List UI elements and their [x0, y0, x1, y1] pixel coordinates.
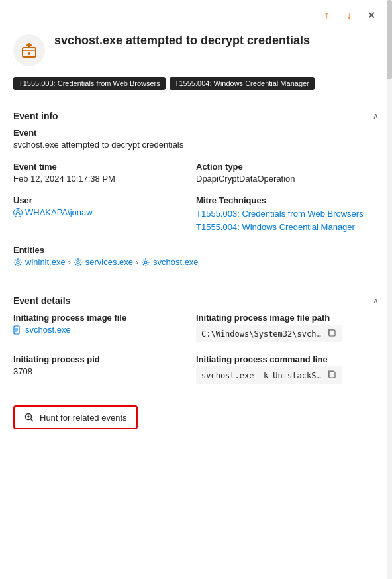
file-icon: [13, 325, 23, 335]
event-info-toggle[interactable]: Event info ∧: [13, 101, 379, 128]
scrollbar-thumb[interactable]: [387, 0, 392, 79]
entity-wininit[interactable]: wininit.exe: [13, 257, 66, 267]
event-time-value: Feb 12, 2024 10:17:38 PM: [13, 174, 196, 184]
event-time-label: Event time: [13, 162, 196, 172]
user-mitre-row: User WHAKAPA\jonaw Mitre Techniques T155…: [13, 195, 379, 242]
svg-rect-13: [329, 372, 335, 378]
hunt-button-label: Hunt for related events: [40, 413, 127, 423]
init-pid-value: 3708: [13, 366, 196, 376]
event-field: Event svchost.exe attempted to decrypt c…: [13, 128, 379, 159]
tag-item[interactable]: T1555.004: Windows Credential Manager: [170, 77, 315, 90]
close-button[interactable]: ✕: [364, 8, 379, 23]
panel-header: svchost.exe attempted to decrypt credent…: [0, 28, 392, 77]
entities-row: wininit.exe › services.exe › svc: [13, 257, 379, 276]
action-type-label: Action type: [196, 162, 379, 172]
entities-label: Entities: [13, 245, 379, 255]
entity-svchost[interactable]: svchost.exe: [141, 257, 199, 267]
user-link[interactable]: WHAKAPA\jonaw: [13, 207, 93, 217]
hunt-related-events-button[interactable]: Hunt for related events: [13, 405, 138, 429]
event-details-title: Event details: [13, 295, 70, 306]
init-image-label: Initiating process image file: [13, 313, 196, 323]
entity-separator: ›: [136, 258, 138, 267]
svg-point-3: [28, 52, 30, 55]
event-label: Event: [13, 128, 379, 138]
init-pid-label: Initiating process pid: [13, 354, 196, 364]
svg-rect-12: [329, 330, 335, 336]
event-details-section: Event details ∧ Initiating process image…: [0, 286, 392, 429]
chevron-up-icon: ∧: [373, 111, 379, 121]
page-title: svchost.exe attempted to decrypt credent…: [54, 33, 310, 48]
chevron-up-icon-2: ∧: [373, 296, 379, 305]
tag-item[interactable]: T1555.003: Credentials from Web Browsers: [13, 77, 166, 90]
entity-separator: ›: [68, 258, 71, 267]
action-type-value: DpapiCryptDataOperation: [196, 174, 379, 184]
svg-line-15: [31, 419, 34, 422]
mitre-link-2[interactable]: T1555.004: Windows Credential Manager: [196, 221, 379, 234]
nav-up-button[interactable]: ↑: [319, 8, 334, 23]
init-cmdline-value: svchost.exe -k UnistackSvcGroup: [201, 371, 323, 380]
event-info-title: Event info: [13, 111, 58, 121]
time-action-row: Event time Feb 12, 2024 10:17:38 PM Acti…: [13, 162, 379, 193]
image-file-row: Initiating process image file svchost.ex…: [13, 313, 379, 352]
tags-container: T1555.003: Credentials from Web Browsers…: [0, 77, 392, 101]
user-value: WHAKAPA\jonaw: [25, 207, 93, 217]
svg-point-5: [17, 261, 19, 264]
copy-cmdline-button[interactable]: [327, 370, 336, 381]
event-info-section: Event info ∧ Event svchost.exe attempted…: [0, 101, 392, 286]
svg-point-7: [144, 261, 147, 264]
scrollbar[interactable]: [387, 0, 392, 579]
hunt-icon: [24, 412, 34, 423]
init-path-value: C:\Windows\System32\svchost....: [201, 329, 323, 339]
event-details-toggle[interactable]: Event details ∧: [13, 286, 379, 313]
user-icon: [13, 208, 23, 217]
init-path-label: Initiating process image file path: [196, 313, 379, 323]
init-cmdline-label: Initiating process command line: [196, 354, 379, 364]
init-image-link[interactable]: svchost.exe: [13, 325, 71, 335]
user-label: User: [13, 195, 196, 205]
svg-point-4: [17, 210, 19, 213]
init-cmdline-box: svchost.exe -k UnistackSvcGroup: [196, 366, 342, 384]
svg-point-6: [77, 261, 79, 264]
pid-cmdline-row: Initiating process pid 3708 Initiating p…: [13, 354, 379, 394]
mitre-label: Mitre Techniques: [196, 195, 379, 205]
init-image-value: svchost.exe: [25, 325, 71, 335]
event-value: svchost.exe attempted to decrypt credent…: [13, 140, 379, 150]
copy-path-button[interactable]: [327, 328, 336, 339]
init-path-box: C:\Windows\System32\svchost....: [196, 325, 342, 342]
top-navigation: ↑ ↓ ✕: [0, 0, 392, 28]
mitre-link-1[interactable]: T1555.003: Credentials from Web Browsers: [196, 207, 379, 221]
nav-down-button[interactable]: ↓: [342, 8, 356, 23]
alert-icon: [13, 34, 45, 66]
entities-field: Entities wininit.exe › services.exe: [13, 245, 379, 286]
entity-services[interactable]: services.exe: [74, 257, 133, 267]
